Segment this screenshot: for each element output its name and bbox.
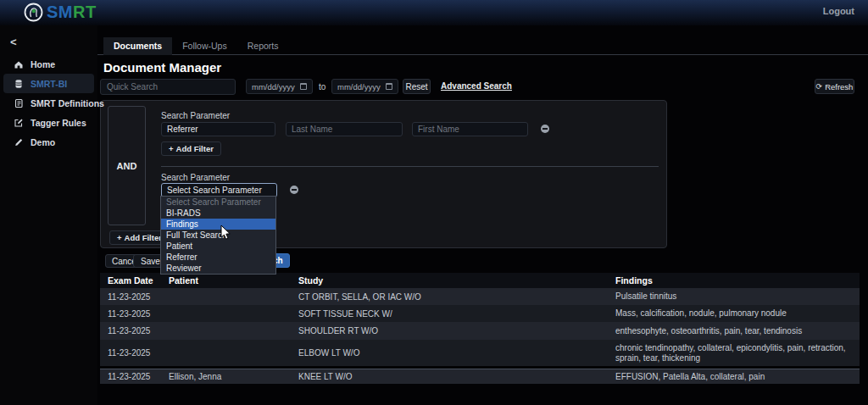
- advanced-search-link[interactable]: Advanced Search: [441, 81, 512, 91]
- sidebar-item-tagger-rules[interactable]: Tagger Rules: [3, 113, 94, 132]
- logout-link[interactable]: Logout: [823, 6, 854, 16]
- patient-name: Ellison, Jenna: [169, 372, 298, 381]
- tab-bar: Documents Follow-Ups Reports: [103, 37, 288, 55]
- filter-logic-and-box: AND: [108, 106, 146, 225]
- refresh-button[interactable]: ⟳ Refresh: [815, 79, 854, 94]
- home-icon: [14, 59, 24, 69]
- dropdown-option[interactable]: Full Text Search: [161, 230, 275, 241]
- last-name-input[interactable]: [286, 122, 403, 136]
- sidebar-item-home[interactable]: Home: [3, 54, 94, 74]
- reset-button[interactable]: Reset: [403, 79, 431, 94]
- remove-filter-icon[interactable]: [541, 125, 549, 133]
- sidebar-item-label: Tagger Rules: [31, 118, 86, 128]
- calendar-icon: [386, 83, 392, 90]
- logo-text: SMRT: [47, 3, 97, 22]
- dropdown-option[interactable]: Patient: [161, 241, 275, 252]
- first-name-input[interactable]: [412, 122, 528, 136]
- dropdown-option[interactable]: BI-RADS: [161, 208, 275, 219]
- table-row[interactable]: 11-23-2025 SHOULDER RT W/O enthesophyte,…: [100, 322, 860, 340]
- search-parameter-label: Search Parameter: [161, 111, 230, 120]
- app-root: SMRT Logout < Home SMRT-BI: [0, 0, 868, 405]
- column-header-study: Study: [298, 275, 615, 286]
- date-from-input[interactable]: mm/dd/yyyy: [246, 79, 313, 94]
- filter-group-divider: [161, 166, 659, 167]
- tab-reports[interactable]: Reports: [237, 37, 289, 55]
- table-row[interactable]: 11-23-2025 Ellison, Jenna KNEE LT W/O EF…: [100, 369, 860, 384]
- app-logo: SMRT: [24, 3, 97, 22]
- refresh-icon: ⟳: [816, 82, 823, 91]
- sidebar-item-demo[interactable]: Demo: [3, 132, 94, 152]
- dropdown-option[interactable]: Select Search Parameter: [161, 197, 275, 208]
- smrt-brain-logo-icon: [24, 3, 43, 22]
- dropdown-option[interactable]: Referrer: [161, 252, 275, 263]
- search-parameter-label: Search Parameter: [161, 173, 230, 182]
- parameter-select-referrer[interactable]: Referrer: [161, 122, 275, 136]
- table-row[interactable]: 11-23-2025 ELBOW LT W/O chronic tendinop…: [100, 340, 860, 366]
- table-row[interactable]: 11-23-2025 SOFT TISSUE NECK W/ Mass, cal…: [100, 305, 860, 322]
- tab-documents[interactable]: Documents: [103, 37, 172, 55]
- definitions-book-icon: [14, 98, 24, 108]
- results-table: Exam Date Patient Study Findings 11-23-2…: [100, 273, 860, 384]
- column-header-findings: Findings: [615, 275, 860, 286]
- database-icon: [14, 79, 24, 89]
- sidebar: < Home SMRT-BI SMRT Definitions: [0, 25, 97, 405]
- sidebar-item-smrt-definitions[interactable]: SMRT Definitions: [3, 93, 94, 113]
- page-title: Document Manager: [103, 60, 221, 75]
- quick-search-input[interactable]: [100, 79, 236, 95]
- table-header-row: Exam Date Patient Study Findings: [100, 273, 860, 288]
- and-label: AND: [117, 161, 137, 171]
- sidebar-item-label: Demo: [31, 137, 55, 147]
- plus-icon: +: [117, 233, 122, 242]
- pencil-icon: [14, 137, 24, 147]
- pencil-square-icon: [14, 118, 24, 128]
- search-parameter-dropdown: Select Search Parameter BI-RADS Findings…: [160, 196, 276, 275]
- sidebar-item-label: Home: [31, 59, 55, 69]
- tab-follow-ups[interactable]: Follow-Ups: [172, 37, 237, 55]
- sidebar-collapse-icon[interactable]: <: [10, 36, 17, 48]
- sidebar-item-label: SMRT-BI: [31, 79, 67, 89]
- date-range-to-label: to: [319, 82, 326, 92]
- calendar-icon: [300, 83, 307, 90]
- top-bar: SMRT Logout: [0, 0, 868, 25]
- remove-filter-icon[interactable]: [290, 186, 298, 194]
- plus-icon: +: [169, 144, 174, 153]
- dropdown-option[interactable]: Reviewer: [161, 263, 275, 274]
- table-row[interactable]: 11-23-2025 CT ORBIT, SELLA, OR IAC W/O P…: [100, 288, 860, 305]
- column-header-exam-date: Exam Date: [100, 275, 169, 286]
- dropdown-option-highlighted[interactable]: Findings: [161, 219, 275, 230]
- sidebar-nav: Home SMRT-BI SMRT Definitions: [0, 54, 97, 152]
- sidebar-item-smrt-bi[interactable]: SMRT-BI: [3, 74, 94, 93]
- column-header-patient: Patient: [169, 275, 298, 286]
- date-to-input[interactable]: mm/dd/yyyy: [331, 79, 398, 94]
- sidebar-item-label: SMRT Definitions: [31, 98, 104, 108]
- add-filter-button[interactable]: + Add Filter: [161, 141, 221, 156]
- mouse-cursor: [220, 225, 231, 241]
